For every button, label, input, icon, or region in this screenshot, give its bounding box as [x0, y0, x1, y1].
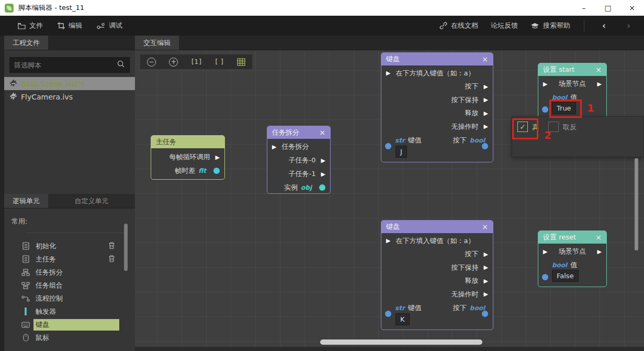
- menu-file[interactable]: 文件: [18, 21, 43, 30]
- exec-output-pin[interactable]: ▶: [484, 83, 488, 90]
- close-icon[interactable]: ×: [482, 56, 488, 63]
- str-input-pin[interactable]: [385, 311, 391, 317]
- bool-output-pin[interactable]: [482, 311, 488, 317]
- exec-output-pin[interactable]: ▶: [597, 248, 602, 255]
- exec-output-pin[interactable]: ▶: [321, 171, 325, 178]
- exec-output-pin[interactable]: ▶: [484, 110, 488, 117]
- exec-output-pin[interactable]: ▶: [216, 154, 220, 161]
- obj-output-pin[interactable]: [319, 184, 325, 191]
- tab-interaction-edit[interactable]: 交互编辑: [135, 36, 179, 50]
- menu-online-docs[interactable]: 在线文档: [439, 21, 478, 30]
- unit-item-mouse[interactable]: 鼠标: [4, 331, 135, 344]
- trigger-category-bar: [21, 308, 30, 315]
- exec-input-pin[interactable]: ▶: [386, 70, 390, 76]
- exec-output-pin[interactable]: ▶: [484, 96, 488, 103]
- unit-category-trigger[interactable]: 触发器: [4, 305, 135, 318]
- tab-logic-units[interactable]: 逻辑单元: [4, 194, 48, 208]
- canvas-vertical-scrollbar[interactable]: [635, 158, 638, 250]
- exec-input-pin[interactable]: ▶: [272, 144, 276, 150]
- menu-forum-feedback[interactable]: 论坛反馈: [491, 21, 518, 30]
- unit-item-init[interactable]: 初始化: [4, 239, 135, 253]
- exec-input-pin[interactable]: ▶: [543, 81, 547, 87]
- node-graph-canvas[interactable]: − + [1] [ ] 主任务 每帧循环调用 ▶ 帧时差 flt: [135, 50, 644, 351]
- link-icon: [439, 22, 447, 29]
- titlebar: 脚本编辑器 - test_11 – □ ×: [0, 0, 644, 16]
- exec-input-pin[interactable]: ▶: [386, 237, 390, 244]
- sidebar: 工程文件 vs BasicScene.ivs(*) vs FlyCamera.i…: [4, 36, 135, 351]
- close-icon[interactable]: ×: [595, 234, 602, 241]
- nav-back-button[interactable]: ‹: [598, 20, 610, 31]
- unit-item-main-task[interactable]: 主任务: [4, 253, 135, 266]
- window-title: 脚本编辑器 - test_11: [18, 3, 84, 13]
- bool-input-pin[interactable]: [542, 274, 548, 280]
- units-divider: [25, 233, 129, 233]
- unit-item-task-combine[interactable]: 任务组合: [4, 279, 135, 292]
- bool-input-pin[interactable]: [542, 106, 548, 113]
- exec-output-pin[interactable]: ▶: [597, 81, 602, 87]
- canvas-area: 交互编辑 − + [1] [ ] 主任务 每帧循环调用 ▶ 帧时差 flt: [135, 36, 644, 351]
- bool-value-field[interactable]: False: [552, 270, 579, 282]
- zoom-out-button[interactable]: −: [147, 58, 156, 67]
- menu-edit[interactable]: 编辑: [58, 21, 82, 30]
- canvas-horizontal-scrollbar[interactable]: [320, 339, 482, 345]
- menu-search-help[interactable]: 搜索帮助: [530, 21, 570, 30]
- minimize-button[interactable]: –: [572, 0, 596, 16]
- node-keyboard-k[interactable]: 键盘 × ▶ 在下方填入键值（如：a） 按下▶ 按下保持▶ 释放▶ 无操作时▶ …: [381, 220, 493, 330]
- flt-output-pin[interactable]: [213, 168, 220, 174]
- grid-toggle-button[interactable]: [237, 58, 245, 66]
- key-value-input[interactable]: J: [396, 146, 407, 158]
- window-bottom-edge: [135, 347, 644, 351]
- tab-custom-units[interactable]: 自定义单元: [48, 194, 135, 208]
- key-value-input[interactable]: K: [396, 313, 410, 325]
- menu-debug[interactable]: 调试: [97, 21, 122, 30]
- common-section-label: 常用:: [4, 209, 135, 226]
- trash-icon[interactable]: [108, 242, 115, 251]
- unit-item-keyboard[interactable]: 键盘: [4, 318, 135, 331]
- exec-output-pin[interactable]: ▶: [484, 251, 488, 258]
- script-editor-window: 脚本编辑器 - test_11 – □ × 文件 编辑 调试: [0, 0, 644, 351]
- menu-divider: [584, 19, 584, 32]
- zoom-fit-button[interactable]: [ ]: [215, 58, 223, 65]
- str-input-pin[interactable]: [385, 143, 391, 149]
- unit-item-task-split[interactable]: 任务拆分: [4, 266, 135, 279]
- nav-forward-button[interactable]: ›: [623, 20, 635, 31]
- exec-output-pin[interactable]: ▶: [484, 278, 488, 284]
- script-filter-input[interactable]: [14, 61, 117, 69]
- zoom-in-button[interactable]: +: [169, 58, 178, 67]
- maximize-button[interactable]: □: [596, 0, 620, 16]
- node-set-reset[interactable]: 设置 reset × ▶ 场景节点 ▶ bool 值 False: [538, 231, 607, 287]
- exec-input-pin[interactable]: ▶: [543, 248, 547, 255]
- mouse-icon: [21, 334, 30, 342]
- graduation-cap-icon: [530, 23, 539, 29]
- node-task-split[interactable]: 任务拆分 × ▶ 任务拆分 子任务-0 ▶ 子任务-1 ▶ 实例 obj: [267, 126, 331, 194]
- project-panel: vs BasicScene.ivs(*) vs FlyCamera.ivs: [4, 57, 135, 103]
- document-icon: [21, 242, 30, 250]
- exec-output-pin[interactable]: ▶: [321, 157, 325, 164]
- file-item-flycamera[interactable]: vs FlyCamera.ivs: [4, 90, 135, 103]
- bool-output-pin[interactable]: [482, 143, 488, 149]
- trash-icon[interactable]: [108, 255, 115, 264]
- task-combine-icon: [21, 282, 30, 289]
- units-scrollbar[interactable]: [124, 224, 128, 271]
- exec-output-pin[interactable]: ▶: [484, 291, 488, 298]
- file-item-basicscene[interactable]: vs BasicScene.ivs(*): [4, 77, 135, 90]
- negate-checkbox-label: 取反: [563, 123, 577, 132]
- project-tabbar: 工程文件: [4, 36, 135, 50]
- close-icon[interactable]: ×: [319, 129, 325, 136]
- zoom-reset-button[interactable]: [1]: [191, 58, 202, 65]
- flow-control-icon: [21, 295, 30, 302]
- close-button[interactable]: ×: [620, 0, 644, 16]
- tab-project-files[interactable]: 工程文件: [4, 36, 48, 50]
- close-icon[interactable]: ×: [482, 223, 488, 231]
- node-keyboard-j[interactable]: 键盘 × ▶ 在下方填入键值（如：a） 按下▶ 按下保持▶ 释放▶ 无操作时▶ …: [381, 52, 493, 162]
- ivs-file-icon: vs: [9, 79, 17, 89]
- ivs-file-icon: vs: [9, 92, 17, 102]
- exec-output-pin[interactable]: ▶: [484, 123, 488, 130]
- node-main-task[interactable]: 主任务 每帧循环调用 ▶ 帧时差 flt: [151, 135, 225, 180]
- document-icon: [21, 255, 30, 263]
- exec-output-pin[interactable]: ▶: [484, 264, 488, 271]
- unit-item-flow-control[interactable]: 流程控制: [4, 292, 135, 305]
- units-tabbar: 逻辑单元 自定义单元: [4, 194, 135, 209]
- script-filter-box: [9, 57, 130, 73]
- close-icon[interactable]: ×: [595, 66, 602, 73]
